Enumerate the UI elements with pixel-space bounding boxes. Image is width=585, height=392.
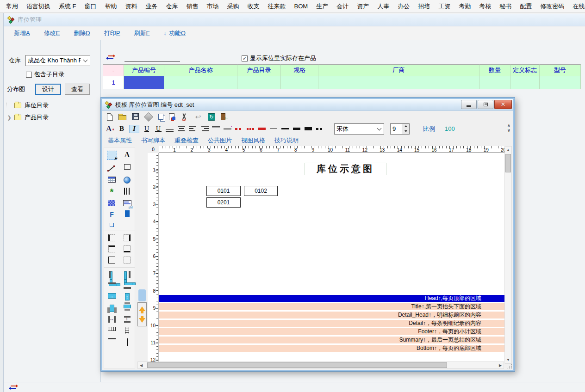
- band-summary[interactable]: Summary↑，最后一页总结的区域: [159, 337, 506, 343]
- bug-tool-icon[interactable]: *: [107, 188, 117, 196]
- halign-center-icon[interactable]: [177, 126, 186, 132]
- b-all-icon[interactable]: [108, 257, 115, 263]
- cut-icon[interactable]: [180, 113, 188, 121]
- lines-tool-icon[interactable]: [124, 188, 130, 195]
- tab-2[interactable]: 书写脚本: [141, 136, 165, 145]
- move-up-icon[interactable]: [139, 306, 145, 311]
- red3-icon[interactable]: [247, 125, 255, 133]
- menu-item-18[interactable]: 人事: [373, 0, 393, 12]
- s-height-icon[interactable]: ↕: [125, 293, 130, 300]
- dialog-titlebar[interactable]: 模板 库位位置图 编号 edt_set: [102, 99, 513, 111]
- table-cell-3[interactable]: [164, 76, 237, 89]
- toolbar-p-button[interactable]: 打印P: [104, 29, 120, 37]
- chevron-down-icon[interactable]: [374, 124, 384, 134]
- valign-middle-icon[interactable]: [224, 126, 232, 132]
- menu-item-22[interactable]: 考勤: [454, 0, 475, 12]
- select-tool-icon[interactable]: [107, 151, 117, 160]
- underline-icon[interactable]: U: [143, 125, 151, 133]
- valign-top-icon[interactable]: [212, 126, 220, 132]
- a-top-icon[interactable]: [108, 282, 116, 284]
- b-none-icon[interactable]: [124, 257, 131, 263]
- include-sub-checkbox[interactable]: 包含子目录: [26, 70, 64, 79]
- a-right-icon[interactable]: [129, 271, 131, 278]
- line-tool-icon[interactable]: [107, 164, 117, 172]
- location-cell-0102[interactable]: 0102: [244, 186, 278, 196]
- line3-icon[interactable]: [293, 125, 301, 133]
- c-horz-icon[interactable]: [110, 305, 114, 312]
- column-header-7[interactable]: 数量: [479, 64, 510, 76]
- menu-item-24[interactable]: 秘书: [495, 0, 516, 12]
- view-button[interactable]: 查看: [65, 84, 90, 95]
- s-width-icon[interactable]: ↔: [108, 293, 116, 299]
- horizontal-scrollbar[interactable]: ◀ ▶: [137, 361, 504, 369]
- vertical-scroll-thumb[interactable]: [505, 154, 511, 172]
- column-header-4[interactable]: 产品目录: [237, 64, 281, 76]
- b-bottom-icon[interactable]: [124, 245, 131, 252]
- menu-item-20[interactable]: 招培: [414, 0, 434, 12]
- menu-item-2[interactable]: 语言切换: [22, 0, 55, 12]
- spinner-up-icon[interactable]: [402, 124, 409, 129]
- red2-icon[interactable]: [235, 125, 243, 133]
- column-header-3[interactable]: 产品名称: [164, 64, 237, 76]
- valign-bottom-icon[interactable]: [166, 126, 174, 132]
- copy-icon[interactable]: [158, 114, 163, 120]
- table-cell-4[interactable]: [237, 76, 281, 89]
- band-bottom[interactable]: Bottom↑，每页的底部区域: [159, 345, 506, 352]
- new-icon[interactable]: [107, 113, 113, 121]
- menu-item-3[interactable]: 系统 F: [55, 0, 81, 12]
- minimize-button[interactable]: [461, 100, 477, 109]
- a-bottom-icon[interactable]: [124, 287, 131, 289]
- toolbar-overflow-icon[interactable]: ∧∨: [507, 123, 510, 133]
- redbar-icon[interactable]: [258, 125, 267, 133]
- location-cell-0201[interactable]: 0201: [206, 197, 241, 208]
- smallsq-tool-icon[interactable]: [110, 223, 114, 227]
- band-detail[interactable]: Detail↑，每条明细记录的内容: [159, 320, 506, 327]
- design-canvas[interactable]: 库位示意图 010101020201 Head↑,每页顶部的区域Title↑,第…: [159, 153, 506, 364]
- grid-tool-icon[interactable]: [108, 177, 116, 183]
- hline-icon[interactable]: [108, 338, 116, 339]
- column-header-9[interactable]: 型号: [540, 64, 581, 76]
- halign-left-icon[interactable]: [189, 126, 197, 132]
- font-family-combobox[interactable]: 宋体: [334, 123, 384, 135]
- preview-icon[interactable]: [144, 112, 153, 122]
- scroll-right-icon[interactable]: ▶: [497, 362, 504, 369]
- tree-expand-icon[interactable]: ❯: [6, 115, 12, 121]
- table-cell-7[interactable]: [479, 76, 510, 89]
- a-left-icon[interactable]: [109, 271, 111, 278]
- toolbar-a-button[interactable]: 新增A: [14, 29, 30, 37]
- b-left-icon[interactable]: [108, 234, 115, 241]
- location-cell-0101[interactable]: 0101: [206, 186, 241, 196]
- swap-arrows-icon[interactable]: [10, 384, 18, 391]
- resize-grip[interactable]: [507, 363, 512, 369]
- menu-item-7[interactable]: 业务: [142, 0, 162, 12]
- table-cell-2[interactable]: [124, 76, 164, 89]
- same-w-icon[interactable]: [108, 327, 116, 331]
- move-down-icon[interactable]: [139, 318, 145, 323]
- menu-item-19[interactable]: 办公: [393, 0, 414, 12]
- toolbar-d-button[interactable]: 删除D: [74, 29, 90, 37]
- image-tool-icon[interactable]: [124, 177, 131, 184]
- line4-icon[interactable]: [305, 125, 313, 133]
- sidebar-tree-item-1[interactable]: 库位目录: [4, 99, 100, 111]
- scroll-left-icon[interactable]: ◀: [138, 362, 144, 369]
- sp-h-icon[interactable]: [108, 316, 110, 323]
- font-size-icon[interactable]: A: [106, 125, 114, 133]
- band-footer[interactable]: Footer↑，每页的小计区域: [159, 328, 506, 335]
- bluebar-tool-icon[interactable]: [125, 210, 130, 217]
- menu-item-4[interactable]: 窗口: [81, 0, 101, 12]
- menu-item-26[interactable]: 修改密码: [536, 0, 568, 12]
- tab-1[interactable]: 基本属性: [108, 136, 132, 145]
- menu-item-8[interactable]: 仓库: [162, 0, 182, 12]
- menu-item-10[interactable]: 市场: [203, 0, 223, 12]
- menu-item-5[interactable]: 帮助: [101, 0, 121, 12]
- menu-item-9[interactable]: 销售: [182, 0, 203, 12]
- restore-button[interactable]: [478, 100, 493, 109]
- text-tool-icon[interactable]: A: [123, 151, 132, 159]
- column-header-5[interactable]: 规格: [281, 64, 318, 76]
- fieldlist-tool-icon[interactable]: [123, 200, 131, 206]
- menu-item-21[interactable]: 工资: [434, 0, 454, 12]
- menu-item-6[interactable]: 资料: [121, 0, 142, 12]
- italic-icon[interactable]: I: [129, 125, 139, 133]
- location-search-input[interactable]: [124, 54, 180, 62]
- strike-icon[interactable]: U: [154, 125, 162, 133]
